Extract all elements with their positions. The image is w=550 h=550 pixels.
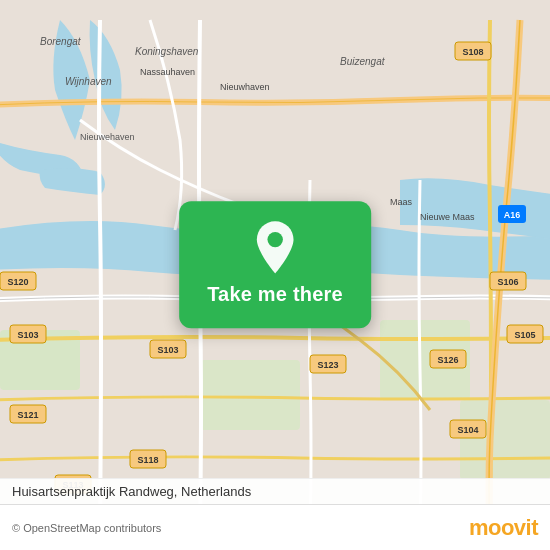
moovit-logo: moovit — [469, 515, 538, 541]
svg-text:S120: S120 — [7, 277, 28, 287]
svg-text:Nieuwehaven: Nieuwehaven — [80, 132, 135, 142]
moovit-logo-text: moovit — [469, 515, 538, 541]
svg-text:S103: S103 — [17, 330, 38, 340]
svg-text:S103: S103 — [157, 345, 178, 355]
action-card[interactable]: Take me there — [179, 201, 371, 328]
map-attribution: © OpenStreetMap contributors — [12, 522, 161, 534]
svg-text:Nieuwe Maas: Nieuwe Maas — [420, 212, 475, 222]
svg-text:Nassauhaven: Nassauhaven — [140, 67, 195, 77]
location-pin-icon — [251, 219, 299, 275]
svg-text:Koningshaven: Koningshaven — [135, 46, 199, 57]
map-container: S108 A16 S106 S105 S120 S103 S103 S123 S… — [0, 0, 550, 550]
svg-text:S118: S118 — [137, 455, 158, 465]
bottom-bar: © OpenStreetMap contributors moovit — [0, 504, 550, 550]
svg-text:Maas: Maas — [390, 197, 413, 207]
svg-text:S123: S123 — [317, 360, 338, 370]
svg-text:Nieuwhaven: Nieuwhaven — [220, 82, 270, 92]
svg-text:S121: S121 — [17, 410, 38, 420]
svg-text:Buizengat: Buizengat — [340, 56, 386, 67]
location-label: Huisartsenpraktijk Randweg, Netherlands — [0, 478, 550, 504]
svg-rect-4 — [460, 400, 550, 480]
svg-text:Borengat: Borengat — [40, 36, 82, 47]
svg-text:S105: S105 — [514, 330, 535, 340]
svg-rect-2 — [200, 360, 300, 430]
svg-text:S106: S106 — [497, 277, 518, 287]
svg-text:S126: S126 — [437, 355, 458, 365]
svg-point-42 — [267, 232, 282, 247]
svg-text:S108: S108 — [462, 47, 483, 57]
svg-text:A16: A16 — [504, 210, 521, 220]
take-me-there-button-label: Take me there — [207, 283, 343, 306]
location-text: Huisartsenpraktijk Randweg, Netherlands — [12, 484, 251, 499]
svg-text:S104: S104 — [457, 425, 478, 435]
svg-text:Wijnhaven: Wijnhaven — [65, 76, 112, 87]
